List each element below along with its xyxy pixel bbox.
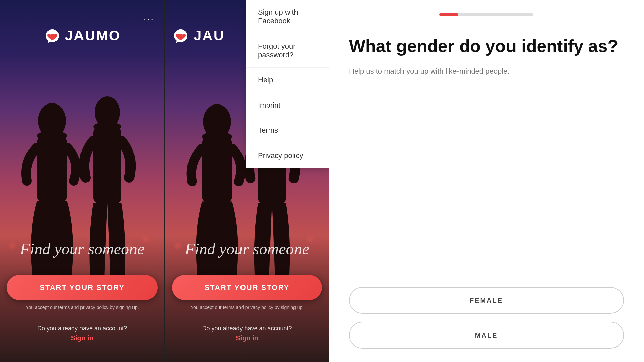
- svg-point-4: [37, 131, 67, 141]
- gender-title: What gender do you identify as?: [349, 36, 624, 56]
- male-button[interactable]: MALE: [349, 322, 624, 349]
- progress-bar-container: [349, 13, 624, 16]
- progress-track: [439, 13, 533, 16]
- logo-text-1: JAUMO: [65, 27, 121, 44]
- gender-panel: What gender do you identify as? Help us …: [329, 0, 644, 362]
- tagline-1: Find your someone: [0, 240, 164, 258]
- dropdown-item-forgot-password[interactable]: Forgot your password?: [246, 34, 329, 68]
- logo-2: JAU: [172, 27, 225, 44]
- tagline-2: Find your someone: [165, 240, 329, 258]
- dropdown-item-imprint[interactable]: Imprint: [246, 93, 329, 118]
- phone-panel-2: JAU Find your someone START YOUR STORY Y…: [164, 0, 329, 362]
- phone-panel-1: JAUMO ··· Find your someone START YOUR S…: [0, 0, 164, 362]
- dropdown-item-facebook[interactable]: Sign up with Facebook: [246, 0, 329, 34]
- logo-1: JAUMO: [0, 27, 164, 44]
- three-dots-menu-1[interactable]: ···: [144, 13, 154, 24]
- signin-question-2: Do you already have an account?: [165, 325, 329, 332]
- logo-icon-1: [44, 27, 61, 44]
- signin-question-1: Do you already have an account?: [0, 325, 164, 332]
- terms-notice-1: You accept our terms and privacy policy …: [0, 305, 164, 310]
- dropdown-item-help[interactable]: Help: [246, 68, 329, 93]
- svg-point-2: [46, 103, 58, 112]
- dropdown-item-terms[interactable]: Terms: [246, 118, 329, 143]
- signin-row-2: Do you already have an account? Sign in: [165, 325, 329, 342]
- terms-notice-2: You accept our terms and privacy policy …: [165, 305, 329, 310]
- dropdown-menu: Sign up with Facebook Forgot your passwo…: [246, 0, 329, 168]
- silhouette-1: [0, 94, 164, 288]
- signin-link-2[interactable]: Sign in: [165, 334, 329, 342]
- svg-point-7: [93, 122, 121, 131]
- female-button[interactable]: FEMALE: [349, 287, 624, 314]
- svg-point-11: [211, 104, 223, 113]
- dropdown-item-privacy[interactable]: Privacy policy: [246, 143, 329, 168]
- logo-icon-2: [172, 27, 190, 44]
- signin-row-1: Do you already have an account? Sign in: [0, 325, 164, 342]
- gender-buttons: FEMALE MALE: [349, 287, 624, 349]
- start-story-button-1[interactable]: START YOUR STORY: [7, 275, 158, 300]
- signin-link-1[interactable]: Sign in: [0, 334, 164, 342]
- gender-subtitle: Help us to match you up with like-minded…: [349, 66, 624, 77]
- logo-text-2: JAU: [194, 27, 225, 44]
- svg-rect-12: [202, 137, 232, 203]
- svg-rect-3: [37, 136, 67, 203]
- svg-point-13: [202, 132, 232, 142]
- progress-fill: [439, 13, 458, 16]
- start-story-button-2[interactable]: START YOUR STORY: [172, 275, 322, 300]
